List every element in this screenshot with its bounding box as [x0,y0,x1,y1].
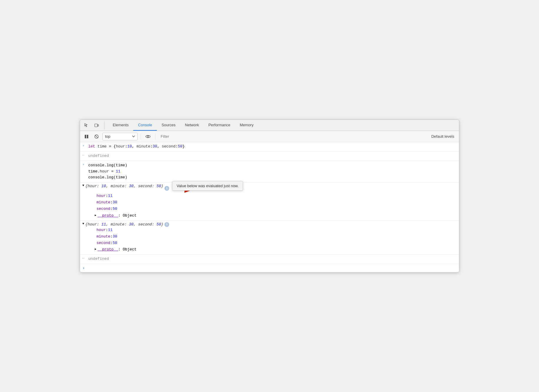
info-icon-2[interactable]: i [164,222,169,227]
clear-console-btn[interactable] [92,132,101,141]
svg-line-5 [95,135,98,138]
input-arrow-3[interactable]: › [82,163,86,166]
toolbar-divider2 [155,133,155,140]
console-input-row[interactable]: › [80,264,459,272]
proto-link-2[interactable]: __proto__ [97,246,118,253]
output-arrow-6: ← [82,256,86,260]
svg-rect-0 [95,124,97,127]
tab-icons [82,121,104,129]
row-content-1: let time = {hour:10, minute:30, second:5… [88,144,457,150]
proto-link-1[interactable]: __proto__ [97,212,118,219]
svg-point-6 [147,136,149,137]
tab-console[interactable]: Console [133,120,157,131]
toolbar: top Default levels [80,131,459,142]
console-row-5: ▼ {hour: 11, minute: 30, second: 50} i h… [80,221,459,255]
svg-rect-3 [87,135,88,138]
tab-elements[interactable]: Elements [108,120,133,131]
proto-triangle-1[interactable]: ▶ [95,213,96,218]
info-icon-container-1: i Value below was evaluated just now. [163,184,200,193]
console-row-1: › let time = {hour:10, minute:30, second… [80,142,459,152]
console-content: › let time = {hour:10, minute:30, second… [80,142,459,272]
input-prompt: › [82,266,85,270]
tab-sources[interactable]: Sources [157,120,180,131]
console-row-2: ← undefined [80,152,459,161]
expand-triangle-2[interactable]: ▼ [82,222,84,225]
toolbar-divider [141,133,141,140]
output-arrow-2: ← [82,153,86,157]
info-icon-1[interactable]: i [164,186,169,191]
tooltip-box-1: Value below was evaluated just now. [172,181,243,191]
default-levels-btn[interactable]: Default levels [429,134,457,139]
eye-btn[interactable] [144,132,152,141]
filter-input[interactable] [158,134,427,139]
inspect-icon-btn[interactable] [82,121,91,129]
run-script-btn[interactable] [82,132,91,141]
proto-triangle-2[interactable]: ▶ [95,247,96,252]
console-row-4: ▼ {hour: 10, minute: 30, second: 50} i [80,182,459,220]
tab-network[interactable]: Network [180,120,204,131]
console-row-6: ← undefined [80,255,459,264]
eye-icon [145,135,151,138]
console-row-3: › console.log(time) time.hour = 11 conso… [80,161,459,182]
tabs: Elements Console Sources Network Perform… [108,120,258,131]
input-arrow-1[interactable]: › [82,144,86,147]
tab-bar: Elements Console Sources Network Perform… [80,120,459,131]
row-content-6: undefined [88,256,457,262]
devtools-window: Elements Console Sources Network Perform… [80,119,459,273]
row-content-2: undefined [88,153,457,159]
svg-rect-2 [85,135,86,138]
tab-memory[interactable]: Memory [235,120,258,131]
row-content-3: console.log(time) time.hour = 11 console… [88,162,457,181]
device-icon-btn[interactable] [92,121,101,129]
tab-performance[interactable]: Performance [204,120,235,131]
dropdown-icon [132,135,135,137]
context-selector[interactable]: top [102,133,138,140]
expand-triangle-1[interactable]: ▼ [82,184,84,187]
svg-rect-1 [98,124,99,126]
